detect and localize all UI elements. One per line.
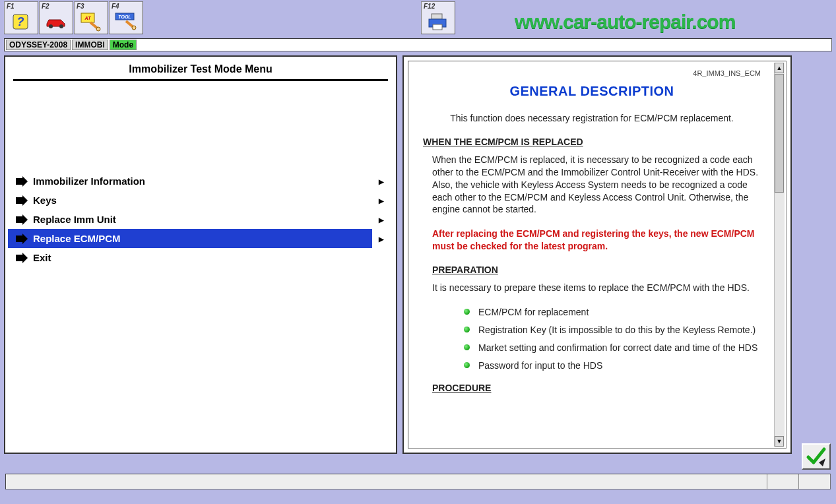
f12-button[interactable]: F12 — [421, 1, 455, 34]
svg-text:AT: AT — [84, 16, 92, 20]
f4-button[interactable]: F4 TOOL — [109, 1, 143, 34]
breadcrumb: ODYSSEY-2008 IMMOBI Mode — [4, 38, 832, 51]
f2-button[interactable]: F2 — [39, 1, 73, 34]
chevron-right-icon: ▶ — [379, 216, 384, 223]
doc-content: 4R_IMM3_INS_ECM GENERAL DESCRIPTION This… — [410, 63, 774, 447]
svg-point-2 — [49, 24, 53, 28]
scroll-up-button[interactable]: ▲ — [775, 63, 784, 73]
svg-point-9 — [132, 26, 136, 30]
f4-label: F4 — [112, 3, 119, 10]
bullet-item: ECM/PCM for replacement — [478, 306, 761, 319]
svg-text:?: ? — [17, 15, 24, 28]
scroll-thumb[interactable] — [775, 74, 784, 193]
scroll-down-button[interactable]: ▼ — [775, 436, 784, 447]
svg-rect-10 — [432, 14, 442, 19]
doc-bullet-list: ECM/PCM for replacement Registration Key… — [423, 306, 761, 372]
f1-button[interactable]: F1 ? — [4, 1, 38, 34]
menu-item-label: Immobilizer Information — [33, 175, 145, 187]
f3-label: F3 — [77, 3, 84, 10]
menu-item-replace-ecm-pcm[interactable]: Replace ECM/PCM ▶ — [8, 229, 372, 248]
checkmark-icon — [806, 447, 827, 466]
f1-label: F1 — [7, 3, 15, 10]
status-main — [6, 474, 767, 489]
tool-icon: TOOL — [114, 11, 138, 32]
breadcrumb-mode: Mode — [110, 40, 137, 50]
menu-item-replace-imm-unit[interactable]: Replace Imm Unit ▶ — [13, 210, 388, 229]
bullet-item: Registration Key (It is impossible to do… — [478, 324, 761, 336]
breadcrumb-vehicle: ODYSSEY-2008 — [6, 40, 71, 50]
svg-point-6 — [96, 27, 100, 31]
menu-panel: Immobilizer Test Mode Menu Immobilizer I… — [4, 55, 397, 454]
status-bar — [5, 474, 831, 489]
chevron-right-icon: ▶ — [379, 235, 384, 242]
status-seg-1 — [767, 474, 798, 489]
menu-list: Immobilizer Information ▶ Keys ▶ Replace… — [13, 172, 388, 267]
menu-item-exit[interactable]: Exit — [13, 248, 388, 267]
menu-item-immobilizer-information[interactable]: Immobilizer Information ▶ — [13, 172, 388, 191]
svg-point-3 — [59, 24, 63, 28]
chevron-right-icon: ▶ — [379, 197, 384, 204]
doc-heading-preparation: PREPARATION — [423, 265, 761, 275]
doc-frame: 4R_IMM3_INS_ECM GENERAL DESCRIPTION This… — [408, 61, 787, 449]
status-seg-2 — [798, 474, 830, 489]
scrollbar[interactable]: ▲ ▼ — [774, 63, 785, 447]
toolbar: F1 ? F2 F3 AT F4 — [0, 0, 836, 37]
menu-item-label: Keys — [33, 195, 57, 206]
hand-icon — [15, 214, 29, 226]
description-panel: 4R_IMM3_INS_ECM GENERAL DESCRIPTION This… — [402, 55, 792, 454]
menu-item-keys[interactable]: Keys ▶ — [13, 191, 388, 210]
hand-icon — [15, 195, 29, 206]
doc-heading-procedure: PROCEDURE — [423, 383, 761, 393]
f3-button[interactable]: F3 AT — [74, 1, 108, 34]
hand-icon — [15, 175, 29, 187]
print-icon — [426, 11, 450, 32]
help-icon: ? — [9, 11, 33, 32]
menu-item-label: Replace Imm Unit — [33, 214, 116, 225]
f2-label: F2 — [42, 3, 49, 10]
watermark-text: www.car-auto-repair.com — [515, 11, 735, 33]
svg-text:TOOL: TOOL — [118, 15, 131, 19]
confirm-button[interactable] — [802, 443, 831, 470]
doc-paragraph: When the ECM/PCM is replaced, it is nece… — [423, 154, 761, 216]
hand-icon — [15, 252, 29, 264]
car-icon — [44, 11, 68, 32]
doc-code: 4R_IMM3_INS_ECM — [423, 69, 761, 77]
scan-icon: AT — [79, 11, 103, 32]
menu-item-label: Exit — [33, 252, 51, 263]
menu-item-label: Replace ECM/PCM — [33, 233, 121, 244]
menu-title: Immobilizer Test Mode Menu — [13, 57, 388, 81]
breadcrumb-system: IMMOBI — [72, 40, 108, 50]
hand-icon — [15, 233, 29, 245]
doc-heading-replaced: WHEN THE ECM/PCM IS REPLACED — [423, 137, 761, 147]
svg-rect-12 — [433, 24, 442, 30]
f12-label: F12 — [424, 3, 435, 10]
doc-title: GENERAL DESCRIPTION — [423, 84, 761, 99]
doc-intro: This function does necessary registratio… — [423, 112, 761, 125]
bullet-item: Market setting and confirmation for corr… — [478, 342, 761, 354]
chevron-right-icon: ▶ — [379, 177, 384, 185]
bullet-item: Password for input to the HDS — [478, 360, 761, 372]
workspace: Immobilizer Test Mode Menu Immobilizer I… — [4, 55, 832, 454]
doc-paragraph: It is necessary to prepare these items t… — [423, 282, 761, 294]
doc-warning: After replacing the ECM/PCM and register… — [423, 228, 761, 253]
